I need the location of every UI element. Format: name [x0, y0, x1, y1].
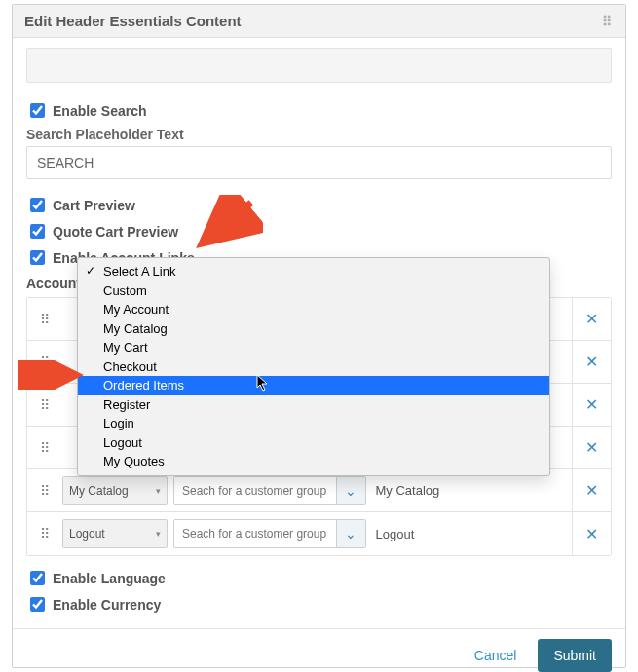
- row-drag-handle-icon[interactable]: ⠿: [27, 483, 62, 499]
- modal-footer: Cancel Submit: [13, 628, 625, 672]
- chevron-down-icon[interactable]: ⌄: [336, 477, 365, 504]
- dropdown-item[interactable]: Register: [78, 395, 549, 415]
- row-drag-handle-icon[interactable]: ⠿: [27, 397, 62, 413]
- dropdown-item[interactable]: My Cart: [78, 338, 549, 357]
- drag-handle-icon[interactable]: ⠿: [602, 15, 614, 28]
- top-search-input[interactable]: [26, 48, 612, 83]
- dropdown-item[interactable]: My Quotes: [78, 452, 549, 471]
- quote-cart-preview-checkbox[interactable]: [30, 224, 45, 239]
- customer-group-input[interactable]: [174, 520, 336, 547]
- submit-button[interactable]: Submit: [538, 639, 612, 672]
- dropdown-item[interactable]: Login: [78, 414, 549, 433]
- svg-line-0: [206, 203, 251, 240]
- table-row: ⠿ Logout ⌄ Logout ✕: [27, 512, 611, 555]
- cart-preview-label: Cart Preview: [53, 198, 135, 213]
- enable-account-links-checkbox[interactable]: [30, 250, 45, 265]
- customer-group-search[interactable]: ⌄: [173, 519, 366, 548]
- row-delete-button[interactable]: ✕: [572, 341, 611, 383]
- search-placeholder-input[interactable]: [26, 146, 612, 179]
- row-delete-button[interactable]: ✕: [572, 427, 611, 468]
- dropdown-item[interactable]: Select A Link: [78, 262, 549, 281]
- row-drag-handle-icon[interactable]: ⠿: [27, 526, 62, 541]
- row-delete-button[interactable]: ✕: [572, 469, 611, 511]
- annotation-arrow-icon: [195, 195, 263, 253]
- dropdown-item[interactable]: Checkout: [78, 357, 549, 377]
- enable-search-label: Enable Search: [53, 103, 147, 119]
- enable-currency-label: Enable Currency: [53, 597, 161, 613]
- dropdown-item[interactable]: Logout: [78, 433, 549, 453]
- enable-currency-checkbox[interactable]: [30, 597, 45, 612]
- dropdown-item[interactable]: My Catalog: [78, 319, 549, 339]
- chevron-down-icon[interactable]: ⌄: [336, 520, 365, 547]
- enable-language-label: Enable Language: [53, 571, 166, 586]
- customer-group-input[interactable]: [174, 477, 336, 504]
- search-placeholder-label: Search Placeholder Text: [26, 127, 612, 142]
- dropdown-item-selected[interactable]: Ordered Items: [78, 376, 549, 395]
- link-name-input[interactable]: My Catalog: [372, 476, 567, 505]
- row-delete-button[interactable]: ✕: [572, 298, 611, 340]
- row-drag-handle-icon[interactable]: ⠿: [27, 440, 62, 456]
- customer-group-search[interactable]: ⌄: [173, 476, 366, 505]
- link-type-select[interactable]: Logout: [62, 519, 168, 548]
- link-type-dropdown[interactable]: Select A Link Custom My Account My Catal…: [77, 257, 550, 476]
- row-delete-button[interactable]: ✕: [572, 512, 611, 555]
- cart-preview-checkbox[interactable]: [30, 198, 45, 212]
- annotation-arrow-icon: [18, 360, 86, 390]
- dropdown-item[interactable]: My Account: [78, 300, 549, 319]
- cancel-button[interactable]: Cancel: [463, 640, 529, 671]
- enable-language-checkbox[interactable]: [30, 571, 45, 585]
- row-delete-button[interactable]: ✕: [572, 384, 611, 426]
- cursor-icon: [256, 374, 270, 394]
- link-type-select[interactable]: My Catalog: [62, 476, 168, 505]
- link-name-input[interactable]: Logout: [372, 519, 567, 548]
- enable-search-checkbox[interactable]: [30, 103, 45, 118]
- row-drag-handle-icon[interactable]: ⠿: [27, 312, 62, 327]
- dropdown-item[interactable]: Custom: [78, 281, 549, 301]
- quote-cart-preview-label: Quote Cart Preview: [53, 224, 178, 240]
- modal-header[interactable]: Edit Header Essentials Content ⠿: [13, 5, 625, 38]
- modal-title: Edit Header Essentials Content: [24, 13, 242, 29]
